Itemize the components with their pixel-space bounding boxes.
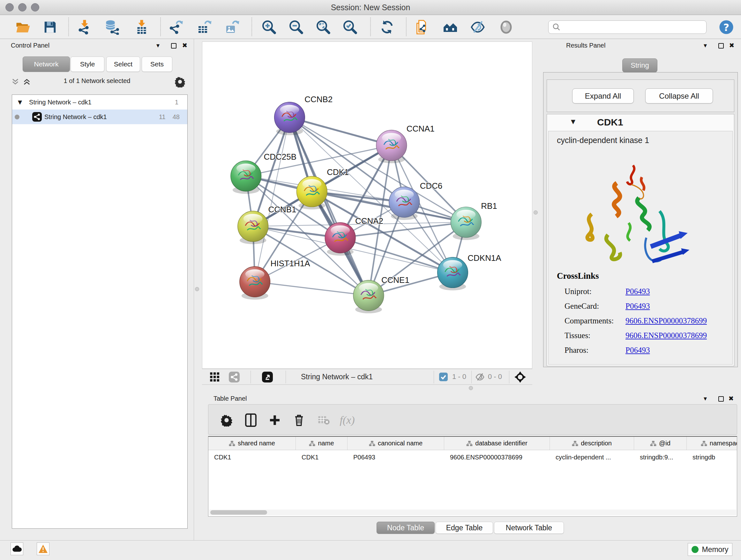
search-field[interactable] — [548, 20, 706, 34]
zoom-fit-button[interactable] — [315, 19, 332, 36]
panel-menu-chevron-icon[interactable]: ▾ — [701, 42, 710, 49]
help-button[interactable]: ? — [718, 19, 735, 36]
panel-float-icon[interactable] — [718, 396, 724, 401]
zoom-out-button[interactable] — [288, 19, 305, 36]
network-node-CCNA1[interactable] — [376, 130, 407, 163]
first-neighbors-button[interactable] — [442, 19, 459, 36]
import-network-database-button[interactable] — [104, 19, 121, 36]
network-share-view-icon[interactable] — [229, 372, 240, 382]
network-row[interactable]: String Network – cdk1 11 48 — [12, 110, 187, 124]
panel-menu-chevron-icon[interactable]: ▾ — [701, 395, 710, 402]
section-expander-icon[interactable]: ▼ — [571, 118, 576, 125]
warnings-button[interactable] — [37, 543, 50, 555]
expand-all-icon[interactable] — [22, 77, 31, 86]
function-builder-button-disabled[interactable]: f(x) — [339, 412, 355, 428]
crosslink-link[interactable]: P06493 — [625, 287, 650, 296]
column-header-shared-name[interactable]: shared name — [208, 437, 296, 450]
table-row[interactable]: CDK1CDK1P064939606.ENSP00000378699cyclin… — [208, 450, 737, 464]
open-folder-icon — [15, 19, 30, 35]
delete-table-button-disabled[interactable] — [316, 412, 332, 428]
save-session-button[interactable] — [42, 19, 58, 36]
network-edge-CCNA2-CDKN1A[interactable] — [340, 238, 453, 273]
crosslink-link[interactable]: 9606.ENSP00000378699 — [625, 316, 707, 325]
zoom-selected-button[interactable] — [342, 19, 358, 36]
network-node-CDC25B[interactable] — [231, 161, 261, 194]
gene-section-header[interactable]: ▼ CDK1 — [547, 114, 734, 131]
hidden-eye-icon[interactable] — [475, 372, 485, 382]
show-all-button[interactable] — [498, 19, 515, 36]
crosslink-link[interactable]: P06493 — [625, 346, 650, 355]
scrollbar-thumb[interactable] — [210, 510, 267, 515]
column-header-description[interactable]: description — [550, 437, 634, 450]
left-splitter-handle[interactable] — [195, 287, 199, 291]
import-network-file-button[interactable] — [76, 19, 93, 36]
network-node-CCNB2[interactable] — [274, 102, 305, 135]
add-column-button[interactable] — [267, 412, 283, 428]
panel-close-icon[interactable]: ✖ — [728, 42, 736, 49]
crosslink-link[interactable]: P06493 — [625, 302, 650, 311]
panel-float-icon[interactable] — [171, 43, 177, 49]
tab-select[interactable]: Select — [106, 57, 140, 72]
selected-checkbox-icon[interactable] — [439, 373, 448, 381]
expand-all-button[interactable]: Expand All — [572, 88, 634, 104]
table-settings-button[interactable] — [219, 412, 234, 428]
network-canvas[interactable]: CCNB2CCNA1CDC25BCDK1CDC6RB1CCNB1CCNA2CDK… — [202, 42, 532, 369]
apply-layout-button[interactable] — [379, 19, 395, 36]
tab-network-table[interactable]: Network Table — [494, 522, 564, 534]
cloud-button[interactable] — [10, 543, 23, 555]
network-node-CCNE1[interactable] — [353, 280, 384, 314]
import-table-file-button[interactable] — [133, 19, 150, 36]
zoom-in-button[interactable] — [261, 19, 277, 36]
right-splitter-handle[interactable] — [534, 210, 538, 214]
column-header-canonical-name[interactable]: canonical name — [347, 437, 444, 450]
network-edge-CDK1-RB1[interactable] — [312, 192, 466, 222]
search-input[interactable] — [561, 23, 706, 31]
birdseye-view-icon[interactable] — [262, 372, 273, 382]
crosslink-link[interactable]: 9606.ENSP00000378699 — [625, 331, 707, 340]
panel-close-icon[interactable]: ✖ — [727, 395, 735, 402]
tab-sets[interactable]: Sets — [142, 57, 172, 72]
open-session-button[interactable] — [14, 19, 31, 36]
network-edge-CCNB2-HIST1H1A[interactable] — [255, 118, 290, 282]
crosshair-move-icon[interactable] — [514, 371, 526, 383]
new-network-from-selection-button[interactable] — [414, 19, 430, 36]
collapse-all-button[interactable]: Collapse All — [645, 88, 713, 104]
table-h-scrollbar[interactable] — [209, 509, 736, 515]
export-network-button[interactable] — [168, 19, 185, 36]
gear-icon[interactable] — [174, 76, 186, 87]
tab-network[interactable]: Network — [23, 57, 70, 72]
show-columns-button[interactable] — [243, 412, 259, 428]
node-table[interactable]: shared namenamecanonical namedatabase id… — [208, 436, 737, 516]
network-node-CCNB1[interactable] — [238, 211, 268, 244]
panel-close-icon[interactable]: ✖ — [181, 42, 189, 49]
network-collection-row[interactable]: ▼ String Network – cdk1 1 — [12, 95, 187, 110]
column-header-name[interactable]: name — [296, 437, 347, 450]
tab-string[interactable]: String — [622, 58, 657, 72]
grid-view-icon[interactable] — [210, 372, 220, 382]
network-edge-CCNB2-CCNA1[interactable] — [289, 118, 391, 145]
panel-menu-chevron-icon[interactable]: ▾ — [154, 42, 162, 49]
column-header-namespace[interactable]: namespace — [687, 437, 737, 450]
export-image-button[interactable] — [224, 19, 240, 36]
tab-edge-table[interactable]: Edge Table — [435, 522, 493, 534]
export-table-button[interactable] — [196, 19, 212, 36]
zoom-fit-icon — [316, 19, 331, 35]
collapse-all-icon[interactable] — [11, 77, 20, 86]
network-node-CDC6[interactable] — [389, 187, 420, 220]
tab-style[interactable]: Style — [71, 57, 105, 72]
network-node-CCNA2[interactable] — [325, 223, 355, 256]
network-node-RB1[interactable] — [451, 207, 481, 240]
tab-node-table[interactable]: Node Table — [377, 522, 434, 534]
memory-button[interactable]: Memory — [688, 543, 732, 556]
column-header-database-identifier[interactable]: database identifier — [444, 437, 550, 450]
crosslink-label: Tissues: — [557, 331, 625, 340]
network-node-CDKN1A[interactable] — [437, 257, 468, 291]
network-node-CDK1[interactable] — [296, 176, 327, 209]
network-node-HIST1H1A[interactable] — [240, 266, 270, 300]
panel-float-icon[interactable] — [718, 43, 724, 49]
tree-expander-icon[interactable]: ▼ — [18, 99, 22, 105]
network-edge-HIST1H1A-CCNE1[interactable] — [255, 282, 368, 296]
column-header--id[interactable]: @id — [634, 437, 687, 450]
delete-column-button[interactable] — [291, 412, 307, 428]
hide-selected-button[interactable] — [469, 19, 486, 36]
